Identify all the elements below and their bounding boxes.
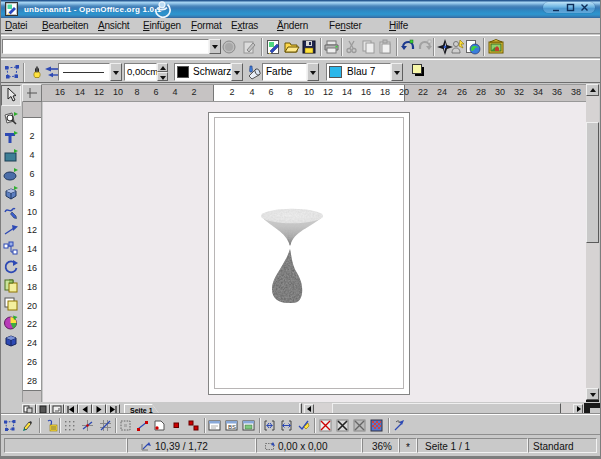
svg-text:BS: BS bbox=[228, 424, 236, 430]
